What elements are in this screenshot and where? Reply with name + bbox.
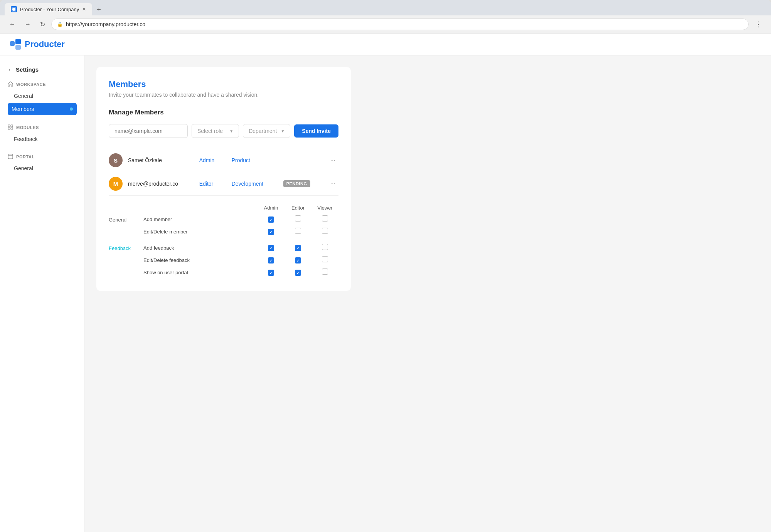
permission-section-general: General Add member ✓	[109, 213, 338, 238]
role-select[interactable]: Select role ▼	[192, 124, 239, 138]
section-label-feedback: Feedback	[109, 245, 131, 251]
permissions-table: Admin Editor Viewer General Add member	[109, 205, 338, 279]
permission-section-feedback: Feedback Add feedback ✓ ✓	[109, 242, 338, 279]
admin-checkbox-edit-member[interactable]: ✓	[268, 229, 274, 235]
app-logo[interactable]: Producter	[9, 38, 65, 50]
avatar: S	[109, 153, 123, 167]
content-card: Members Invite your teammates to collabo…	[96, 67, 351, 291]
nav-bar: ← → ↻ 🔒 https://yourcompany.producter.co…	[0, 15, 771, 34]
editor-checkbox-add-feedback[interactable]: ✓	[295, 245, 301, 251]
viewer-checkbox-add-feedback[interactable]	[322, 244, 328, 250]
address-bar[interactable]: 🔒 https://yourcompany.producter.co	[51, 18, 749, 30]
viewer-checkbox-add-member[interactable]	[322, 215, 328, 222]
manage-members-title: Manage Members	[109, 109, 338, 116]
department-chevron-icon: ▼	[281, 129, 284, 133]
permission-row: Edit/Delete feedback ✓ ✓	[143, 254, 338, 266]
permission-name: Edit/Delete feedback	[143, 257, 258, 263]
tab-bar: Producter - Your Company ✕ +	[0, 0, 771, 15]
active-dot	[70, 107, 73, 111]
avatar: M	[109, 177, 123, 191]
admin-checkbox-show-portal[interactable]: ✓	[268, 270, 274, 276]
editor-checkbox-show-portal[interactable]: ✓	[295, 270, 301, 276]
tab-close-button[interactable]: ✕	[82, 7, 86, 12]
logo-text: Producter	[25, 39, 65, 49]
sidebar-item-members[interactable]: Members	[8, 103, 77, 115]
permission-name: Add member	[143, 216, 258, 222]
admin-checkbox-edit-feedback[interactable]: ✓	[268, 257, 274, 263]
settings-label: Settings	[16, 66, 39, 73]
forward-button[interactable]: →	[22, 19, 34, 29]
logo-icon	[9, 38, 22, 50]
email-input[interactable]	[109, 124, 188, 138]
refresh-button[interactable]: ↻	[37, 19, 48, 30]
role-placeholder: Select role	[197, 128, 223, 134]
back-button[interactable]: ←	[6, 19, 19, 29]
admin-checkbox-add-feedback[interactable]: ✓	[268, 245, 274, 251]
permission-name: Edit/Delete member	[143, 229, 258, 235]
status-badge: PENDING	[283, 180, 310, 187]
role-chevron-icon: ▼	[229, 129, 233, 133]
editor-checkbox-edit-feedback[interactable]: ✓	[295, 257, 301, 263]
page-subtitle: Invite your teammates to collaborate and…	[109, 92, 338, 98]
member-role[interactable]: Editor	[199, 181, 226, 187]
portal-section-label: PORTAL	[0, 151, 84, 162]
url-text: https://yourcompany.producter.co	[66, 21, 145, 27]
department-placeholder: Department	[249, 128, 277, 134]
svg-rect-5	[8, 125, 10, 127]
sidebar-item-general-workspace[interactable]: General	[0, 90, 84, 102]
permission-row: Add feedback ✓ ✓	[143, 242, 338, 254]
sidebar-item-feedback[interactable]: Feedback	[0, 133, 84, 145]
viewer-checkbox-edit-feedback[interactable]	[322, 256, 328, 262]
main-content: Members Invite your teammates to collabo…	[85, 55, 771, 532]
svg-point-1	[12, 8, 15, 11]
member-more-button[interactable]: ···	[327, 155, 338, 165]
editor-checkbox-add-member[interactable]	[295, 215, 301, 222]
member-more-button[interactable]: ···	[327, 179, 338, 189]
svg-rect-2	[10, 41, 15, 46]
lock-icon: 🔒	[57, 22, 63, 27]
col-header-viewer: Viewer	[311, 205, 338, 211]
tab-favicon	[11, 6, 17, 12]
svg-rect-7	[8, 128, 10, 129]
permission-row: Add member ✓	[143, 213, 338, 225]
back-arrow-icon: ←	[8, 66, 13, 73]
new-tab-button[interactable]: +	[94, 4, 104, 15]
svg-rect-9	[8, 154, 13, 159]
settings-back-link[interactable]: ← Settings	[0, 63, 84, 79]
app-body: ← Settings WORKSPACE General Members	[0, 55, 771, 532]
permission-row: Show on user portal ✓ ✓	[143, 266, 338, 279]
member-role[interactable]: Admin	[199, 157, 226, 163]
member-name: Samet Özkale	[128, 157, 194, 163]
home-icon	[8, 81, 13, 87]
invite-row: Select role ▼ Department ▼ Send Invite	[109, 124, 338, 138]
active-tab[interactable]: Producter - Your Company ✕	[5, 3, 92, 15]
send-invite-button[interactable]: Send Invite	[294, 124, 338, 138]
viewer-checkbox-edit-member[interactable]	[322, 228, 328, 234]
permission-name: Add feedback	[143, 245, 258, 251]
workspace-section-label: WORKSPACE	[0, 79, 84, 90]
viewer-checkbox-show-portal[interactable]	[322, 269, 328, 275]
editor-checkbox-edit-member[interactable]	[295, 228, 301, 234]
tab-title: Producter - Your Company	[20, 7, 79, 12]
permission-row: Edit/Delete member ✓	[143, 225, 338, 238]
portal-icon	[8, 154, 13, 160]
modules-icon	[8, 124, 13, 131]
table-row: M merve@producter.co Editor Development …	[109, 172, 338, 196]
permission-name: Show on user portal	[143, 270, 258, 275]
department-select[interactable]: Department ▼	[243, 124, 290, 138]
sidebar: ← Settings WORKSPACE General Members	[0, 55, 85, 532]
svg-rect-8	[11, 128, 13, 129]
svg-rect-3	[15, 39, 21, 44]
member-department[interactable]: Product	[232, 157, 278, 163]
page-title: Members	[109, 79, 338, 89]
admin-checkbox-add-member[interactable]: ✓	[268, 216, 274, 223]
sidebar-item-general-portal[interactable]: General	[0, 162, 84, 175]
col-header-editor: Editor	[284, 205, 311, 211]
member-name: merve@producter.co	[128, 181, 194, 187]
table-row: S Samet Özkale Admin Product ···	[109, 149, 338, 172]
browser-menu-button[interactable]: ⋮	[752, 18, 765, 30]
member-department[interactable]: Development	[232, 181, 278, 187]
svg-rect-6	[11, 125, 13, 127]
col-header-admin: Admin	[258, 205, 284, 211]
svg-rect-4	[15, 45, 21, 50]
